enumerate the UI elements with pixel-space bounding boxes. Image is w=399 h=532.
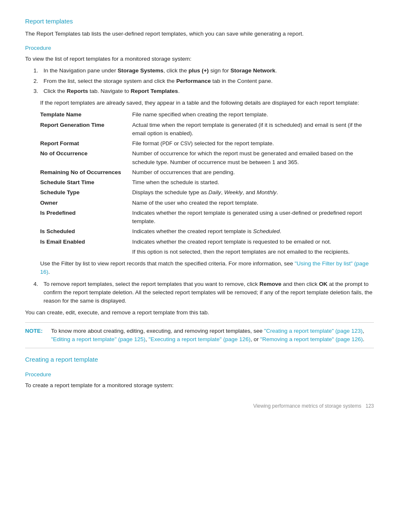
def-schedule-type: Schedule Type Displays the schedule type… <box>40 188 374 197</box>
note-link-removing[interactable]: "Removing a report template" (page 126) <box>260 336 363 342</box>
desc-email-not-selected: If this option is not selected, then the… <box>132 248 374 256</box>
step-4-num: 4. <box>33 280 41 306</box>
footer-label: Viewing performance metrics of storage s… <box>253 403 361 409</box>
term-is-predefined: Is Predefined <box>40 209 132 217</box>
step-4-text: To remove report templates, select the r… <box>43 280 374 306</box>
def-is-predefined: Is Predefined Indicates whether the repo… <box>40 209 374 226</box>
step-4-remove: Remove <box>259 281 281 287</box>
desc-schedule-start: Time when the schedule is started. <box>132 178 374 187</box>
term-schedule-type: Schedule Type <box>40 188 132 197</box>
step-3-reports: Reports <box>67 88 88 94</box>
note-link-creating[interactable]: "Creating a report template" (page 123) <box>264 328 363 334</box>
def-owner: Owner Name of the user who created the r… <box>40 199 374 207</box>
term-no-occurrence: No of Occurrence <box>40 149 132 158</box>
definition-table: Template Name File name specified when c… <box>40 111 374 256</box>
step-3-num: 3. <box>33 87 41 95</box>
step-1-text: In the Navigation pane under Storage Sys… <box>43 67 277 75</box>
term-owner: Owner <box>40 199 132 207</box>
desc-no-occurrence: Number of occurrence for which the repor… <box>132 149 374 167</box>
note-box: NOTE: To know more about creating, editi… <box>25 322 374 349</box>
term-is-email-enabled: Is Email Enabled <box>40 238 132 246</box>
creating-section: Creating a report template Procedure To … <box>25 355 374 390</box>
step-2-performance: Performance <box>176 78 211 84</box>
note-link-editing[interactable]: "Editing a report template" (page 125) <box>51 336 146 342</box>
desc-is-email-enabled: Indicates whether the created report tem… <box>132 238 374 246</box>
page-footer: Viewing performance metrics of storage s… <box>25 402 374 410</box>
def-remaining-occurrences: Remaining No of Occurrences Number of oc… <box>40 168 374 177</box>
desc-schedule-type: Displays the schedule type as Daily, Wee… <box>132 188 374 197</box>
csv-text: CSV <box>181 141 191 146</box>
def-no-occurrence: No of Occurrence Number of occurrence fo… <box>40 149 374 167</box>
footer-page: 123 <box>366 403 374 409</box>
intro-text: The Report Templates tab lists the user-… <box>25 30 374 38</box>
def-report-gen-time: Report Generation Time Actual time when … <box>40 121 374 138</box>
term-report-format: Report Format <box>40 139 132 148</box>
filter-text-after: . <box>49 269 50 275</box>
daily-text: Daily <box>208 189 221 195</box>
creating-intro: To create a report template for a monito… <box>25 381 374 390</box>
step-4: 4. To remove report templates, select th… <box>33 280 374 306</box>
step3-sub-text: If the report templates are already save… <box>40 99 374 107</box>
step-1-storage-network: Storage Network <box>230 67 275 74</box>
monthly-text: Monthly <box>257 189 276 195</box>
creating-section-title: Creating a report template <box>25 355 374 365</box>
step-2-num: 2. <box>33 77 41 85</box>
step3-indent: If the report templates are already save… <box>40 99 374 277</box>
def-template-name: Template Name File name specified when c… <box>40 111 374 119</box>
can-create-text: You can create, edit, execute, and remov… <box>25 308 374 317</box>
step-2: 2. From the list, select the storage sys… <box>33 77 374 85</box>
step-4-ok: OK <box>319 281 327 287</box>
filter-text: Use the Filter by list to view report re… <box>40 260 374 277</box>
step-1-num: 1. <box>33 67 41 75</box>
desc-template-name: File name specified when creating the re… <box>132 111 374 119</box>
note-text: To know more about creating, editing, ex… <box>51 327 374 344</box>
pdf-text: PDF <box>162 141 172 146</box>
step-2-text: From the list, select the storage system… <box>43 77 273 85</box>
def-schedule-start: Schedule Start Time Time when the schedu… <box>40 178 374 187</box>
step-1: 1. In the Navigation pane under Storage … <box>33 67 374 75</box>
procedure-title: Procedure <box>25 44 374 52</box>
step-3-report-templates: Report Templates <box>131 88 178 94</box>
desc-report-gen-time: Actual time when the report template is … <box>132 121 374 138</box>
def-is-scheduled: Is Scheduled Indicates whether the creat… <box>40 227 374 236</box>
term-report-gen-time: Report Generation Time <box>40 121 132 129</box>
def-report-format: Report Format File format (PDF or CSV) s… <box>40 139 374 148</box>
term-template-name: Template Name <box>40 111 132 119</box>
desc-is-scheduled: Indicates whether the created report tem… <box>132 227 374 236</box>
desc-report-format: File format (PDF or CSV) selected for th… <box>132 139 374 148</box>
step-1-storage-systems: Storage Systems <box>118 67 164 74</box>
note-label: NOTE: <box>25 327 47 335</box>
term-is-scheduled: Is Scheduled <box>40 227 132 236</box>
weekly-text: Weekly <box>224 189 243 195</box>
scheduled-italic: Scheduled <box>253 228 280 234</box>
procedure-intro: To view the list of report templates for… <box>25 55 374 63</box>
note-link-executing[interactable]: "Executing a report template" (page 126) <box>148 336 251 342</box>
steps-list: 1. In the Navigation pane under Storage … <box>33 67 374 95</box>
def-is-email-enabled: Is Email Enabled Indicates whether the c… <box>40 238 374 246</box>
creating-procedure-title: Procedure <box>25 370 374 379</box>
footer-text: Viewing performance metrics of storage s… <box>253 402 374 410</box>
term-schedule-start: Schedule Start Time <box>40 178 132 187</box>
step-3: 3. Click the Reports tab. Navigate to Re… <box>33 87 374 95</box>
step-3-text: Click the Reports tab. Navigate to Repor… <box>43 87 179 95</box>
step-1-plus: plus (+) <box>189 67 209 74</box>
page-content: Report templates The Report Templates ta… <box>25 17 374 410</box>
desc-owner: Name of the user who created the report … <box>132 199 374 207</box>
step4-list: 4. To remove report templates, select th… <box>33 280 374 306</box>
def-email-not-selected: If this option is not selected, then the… <box>40 248 374 256</box>
desc-is-predefined: Indicates whether the report template is… <box>132 209 374 226</box>
section-title: Report templates <box>25 17 374 26</box>
term-remaining-occurrences: Remaining No of Occurrences <box>40 168 132 177</box>
filter-text-before: Use the Filter by list to view report re… <box>40 260 294 267</box>
desc-remaining-occurrences: Number of occurrences that are pending. <box>132 168 374 177</box>
